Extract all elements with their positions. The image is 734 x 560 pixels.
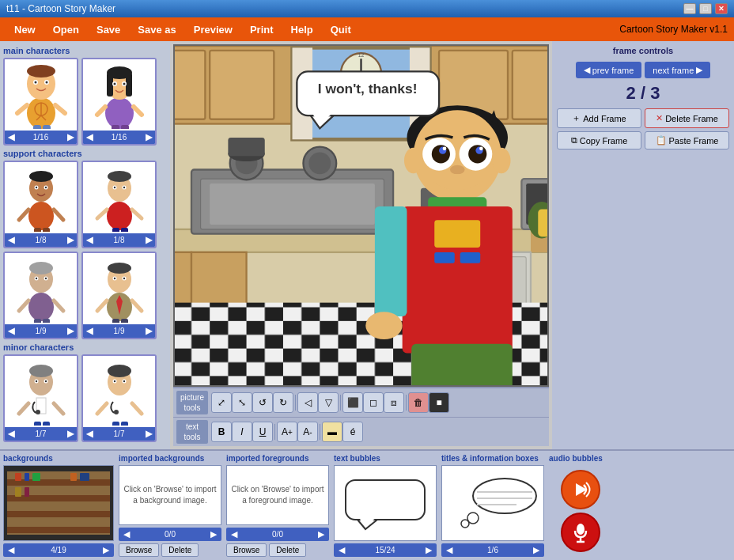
tool-bold[interactable]: B [211, 422, 232, 442]
svg-point-76 [36, 410, 40, 414]
minor-characters-label: minor characters [3, 342, 167, 352]
titlebar-controls: — □ ✕ [683, 3, 728, 14]
imported-bg-prev[interactable]: ◀ [123, 529, 130, 539]
imported-fg-prev[interactable]: ◀ [231, 529, 237, 539]
backgrounds-prev[interactable]: ◀ [8, 545, 14, 555]
menu-print[interactable]: Print [242, 21, 282, 39]
svg-line-47 [97, 210, 107, 218]
char-prev-support-1[interactable]: ◀ [8, 235, 14, 245]
char-card-support-2[interactable]: ◀ 1/8 ▶ [81, 161, 157, 248]
minor-characters-row: ◀ 1/7 ▶ [3, 354, 167, 442]
menu-new[interactable]: New [6, 21, 44, 39]
tool-rotate-right[interactable]: ↻ [273, 392, 293, 413]
frame-actions: ＋ Add Frame ✕ Delete Frame ⧉ Copy Frame … [557, 108, 729, 149]
char-prev-main-1[interactable]: ◀ [8, 132, 14, 142]
picture-tools-label: picturetools [176, 391, 208, 414]
char-next-support-2[interactable]: ▶ [146, 235, 152, 245]
char-card-support-1[interactable]: ◀ 1/8 ▶ [3, 161, 78, 248]
audio-record-button[interactable] [561, 513, 600, 552]
tool-clear[interactable]: ■ [429, 392, 449, 413]
titles-next[interactable]: ▶ [533, 545, 539, 555]
frame-controls-label: frame controls [557, 46, 729, 55]
tool-flip-h[interactable]: ◁ [297, 392, 318, 413]
char-next-support-4[interactable]: ▶ [146, 326, 152, 336]
story-canvas[interactable]: 12 3 [173, 44, 549, 387]
maximize-button[interactable]: □ [699, 3, 712, 14]
tool-shrink[interactable]: ⤡ [232, 392, 252, 413]
char-card-minor-2[interactable]: ◀ 1/7 ▶ [81, 354, 157, 442]
imported-bg-next[interactable]: ▶ [210, 529, 217, 539]
char-card-support-4[interactable]: ◀ 1/9 ▶ [81, 252, 157, 339]
svg-point-55 [35, 277, 36, 278]
char-card-main-1[interactable]: ◀ 1/16 ▶ [3, 58, 78, 146]
char-next-minor-2[interactable]: ▶ [146, 429, 152, 439]
svg-rect-180 [7, 479, 110, 486]
char-next-support-3[interactable]: ▶ [67, 326, 74, 336]
char-prev-minor-2[interactable]: ◀ [86, 429, 93, 439]
paste-frame-button[interactable]: 📋 Paste Frame [645, 131, 729, 149]
imported-fg-browse[interactable]: Browse [226, 543, 267, 557]
add-frame-button[interactable]: ＋ Add Frame [557, 108, 641, 128]
tool-layer-front[interactable]: ◻ [363, 392, 384, 413]
tool-text-smaller[interactable]: A- [297, 422, 318, 442]
char-card-support-3[interactable]: ◀ 1/9 ▶ [3, 252, 78, 339]
char-prev-support-2[interactable]: ◀ [86, 235, 93, 245]
imported-bg-delete[interactable]: Delete [161, 543, 199, 557]
tool-special-char[interactable]: é [342, 422, 363, 442]
char-next-minor-1[interactable]: ▶ [67, 429, 74, 439]
svg-rect-73 [121, 319, 128, 323]
char-prev-support-3[interactable]: ◀ [8, 326, 14, 336]
tool-layer-back[interactable]: ⬛ [342, 392, 363, 413]
menu-save-as[interactable]: Save as [130, 21, 184, 39]
minimize-button[interactable]: — [683, 3, 696, 14]
tool-text-larger[interactable]: A+ [277, 422, 297, 442]
svg-line-84 [54, 403, 63, 414]
char-card-minor-1[interactable]: ◀ 1/7 ▶ [3, 354, 78, 442]
imported-fg-delete[interactable]: Delete [269, 543, 306, 557]
delete-frame-button[interactable]: ✕ Delete Frame [645, 108, 729, 128]
char-prev-minor-1[interactable]: ◀ [8, 429, 14, 439]
svg-rect-117 [513, 51, 547, 119]
support-characters-row-1: ◀ 1/8 ▶ [3, 161, 167, 248]
char-card-main-2[interactable]: ◀ 1/16 ▶ [81, 58, 157, 146]
text-bubbles-label: text bubbles [334, 454, 437, 463]
menu-help[interactable]: Help [283, 21, 321, 39]
backgrounds-next[interactable]: ▶ [103, 545, 109, 555]
svg-point-51 [28, 293, 54, 321]
next-frame-button[interactable]: next frame ▶ [645, 62, 710, 78]
tool-flip-v[interactable]: ▽ [318, 392, 339, 413]
imported-fg-next[interactable]: ▶ [318, 529, 324, 539]
audio-play-button[interactable] [561, 470, 600, 509]
close-button[interactable]: ✕ [715, 3, 728, 14]
titles-thumb[interactable] [441, 465, 544, 541]
backgrounds-thumb[interactable] [3, 465, 114, 541]
char-prev-main-2[interactable]: ◀ [86, 132, 93, 142]
menu-quit[interactable]: Quit [323, 21, 359, 39]
tool-text-color[interactable]: ▬ [322, 422, 342, 442]
text-bubbles-prev[interactable]: ◀ [339, 545, 345, 555]
char-prev-support-4[interactable]: ◀ [86, 326, 93, 336]
tool-rotate-left[interactable]: ↺ [252, 392, 273, 413]
menu-save[interactable]: Save [89, 21, 128, 39]
titles-prev[interactable]: ◀ [446, 545, 452, 555]
tool-underline[interactable]: U [252, 422, 273, 442]
svg-point-21 [113, 82, 115, 85]
tool-mirror[interactable]: ⧈ [384, 392, 404, 413]
char-next-main-2[interactable]: ▶ [146, 132, 152, 142]
tool-delete[interactable]: 🗑 [408, 392, 429, 413]
prev-frame-button[interactable]: ◀ prev frame [576, 62, 642, 78]
next-frame-label-text: next frame [653, 66, 694, 75]
tool-italic[interactable]: I [232, 422, 252, 442]
imported-bg-browse[interactable]: Browse [119, 543, 159, 557]
copy-frame-button[interactable]: ⧉ Copy Frame [557, 131, 641, 149]
text-bubbles-thumb[interactable] [334, 465, 437, 541]
text-bubbles-next[interactable]: ▶ [426, 545, 432, 555]
tool-separator-3 [406, 395, 407, 411]
menu-open[interactable]: Open [45, 21, 87, 39]
char-img-support-4 [83, 253, 155, 324]
svg-point-42 [108, 171, 131, 182]
char-next-main-1[interactable]: ▶ [67, 132, 74, 142]
char-next-support-1[interactable]: ▶ [67, 235, 74, 245]
tool-expand[interactable]: ⤢ [211, 392, 232, 413]
menu-preview[interactable]: Preview [186, 21, 240, 39]
